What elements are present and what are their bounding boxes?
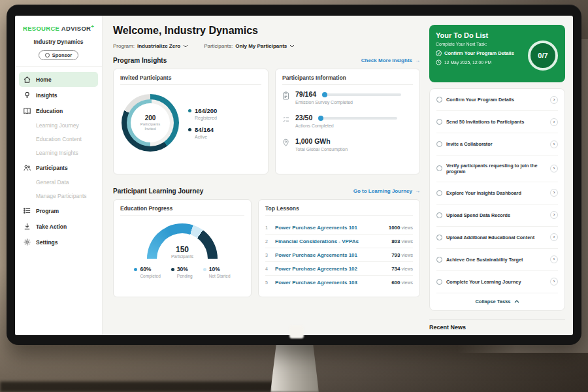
sidebar: RESOURCE ADVISOR+ Industry Dynamics Spon… (15, 16, 103, 335)
lesson-row[interactable]: 5 Power Purchase Agreements 103 600views (265, 276, 413, 289)
go-to-learning-journey-link[interactable]: Go to Learning Journey → (353, 188, 420, 194)
chevron-up-icon (514, 300, 519, 303)
sidebar-item-home[interactable]: Home (19, 72, 98, 87)
sponsor-badge[interactable]: Sponsor (39, 50, 78, 60)
chevron-right-icon[interactable]: › (550, 278, 558, 286)
program-dropdown[interactable]: Program: Industrialize Zero (113, 43, 188, 49)
task-label: Confirm Your Program Details (446, 97, 546, 103)
participants-dropdown-label: Participants: (204, 43, 233, 49)
lesson-rank: 3 (265, 253, 275, 257)
list-icon (23, 206, 31, 215)
task-label: Upload Additional Educational Content (446, 235, 546, 240)
chevron-right-icon[interactable]: › (550, 255, 558, 263)
link-label: Check More Insights (361, 57, 412, 63)
filter-bar: Program: Industrialize Zero Participants… (113, 43, 420, 49)
location-pin-icon (282, 137, 290, 150)
task-row[interactable]: Explore Your Insights Dashboard › (436, 182, 558, 204)
sidebar-item-insights[interactable]: Insights (19, 88, 98, 103)
chevron-down-icon (289, 44, 295, 48)
sidebar-item-program[interactable]: Program (19, 203, 98, 218)
task-checkbox[interactable] (436, 279, 442, 285)
chevron-right-icon[interactable]: › (550, 189, 558, 197)
check-circle-icon: ✓ (436, 50, 442, 56)
sidebar-item-participants[interactable]: Participants (19, 160, 98, 175)
lesson-views: 793views (391, 252, 413, 258)
task-checkbox[interactable] (436, 235, 442, 240)
task-row[interactable]: Upload Additional Educational Content › (436, 227, 558, 249)
progress-bar (321, 117, 397, 120)
lesson-rank: 5 (265, 280, 275, 285)
people-icon (23, 163, 31, 172)
legend-value: 60% (140, 266, 151, 272)
donut-center: 200 Participants Invited (131, 103, 170, 142)
sidebar-item-manage-participants[interactable]: Manage Participants (19, 189, 98, 203)
chevron-right-icon[interactable]: › (550, 118, 558, 126)
progress-bar (325, 93, 401, 96)
lesson-row[interactable]: 4 Power Purchase Agreements 102 734views (265, 262, 413, 276)
program-insights-cards: Invited Participants 200 Participants In… (113, 69, 420, 174)
sidebar-item-learning-journey[interactable]: Learning Journey (19, 119, 98, 132)
lesson-row[interactable]: 1 Power Purchase Agreements 101 1000view… (265, 221, 413, 235)
task-row[interactable]: Send 50 Invitations to Participants › (436, 111, 558, 133)
chevron-right-icon[interactable]: › (550, 140, 558, 148)
lesson-row[interactable]: 2 Financial Considerations - VPPAs 803vi… (265, 235, 413, 248)
lesson-link[interactable]: Power Purchase Agreements 101 (275, 252, 391, 258)
legend-value: 10% (209, 266, 220, 272)
lesson-link[interactable]: Power Purchase Agreements 102 (275, 266, 391, 272)
lesson-link[interactable]: Power Purchase Agreements 103 (275, 280, 391, 286)
card-title: Participants Information (282, 74, 413, 85)
sidebar-item-label: Take Action (36, 223, 67, 230)
task-checkbox[interactable] (436, 257, 442, 263)
desk-edge (0, 382, 281, 392)
chevron-right-icon[interactable]: › (550, 96, 558, 104)
participants-dropdown[interactable]: Participants: Only My Participants (204, 43, 295, 49)
collapse-tasks-button[interactable]: Collapse Tasks (436, 293, 558, 310)
sidebar-item-take-action[interactable]: Take Action (19, 219, 98, 234)
lesson-row[interactable]: 3 Power Purchase Agreements 101 793views (265, 248, 413, 262)
legend-item: 10% Not Started (203, 266, 231, 278)
task-row[interactable]: Verify participants requesting to join t… (436, 155, 558, 182)
task-row[interactable]: Invite a Collaborator › (436, 133, 558, 155)
task-row[interactable]: Confirm Your Program Details › (436, 89, 558, 111)
learning-journey-cards: Education Progress 150 Participants (113, 199, 420, 297)
recent-news-header: Recent News (429, 319, 565, 331)
legend-dot (134, 268, 137, 271)
sidebar-item-learning-insights[interactable]: Learning Insights (19, 146, 98, 159)
check-more-insights-link[interactable]: Check More Insights → (361, 57, 420, 63)
sidebar-item-education[interactable]: Education (19, 103, 98, 118)
sidebar-item-general-data[interactable]: General Data (19, 176, 98, 189)
task-checkbox[interactable] (436, 97, 442, 103)
sidebar-item-label: Participants (36, 165, 68, 171)
task-checkbox[interactable] (436, 141, 442, 147)
lesson-link[interactable]: Financial Considerations - VPPAs (275, 238, 391, 244)
sidebar-item-settings[interactable]: Settings (19, 235, 98, 250)
legend-dot (171, 268, 174, 271)
donut-center-value: 200 (145, 114, 156, 122)
sidebar-item-education-content[interactable]: Education Content (19, 133, 98, 146)
task-checkbox[interactable] (436, 212, 442, 218)
program-dropdown-value: Industrialize Zero (137, 43, 180, 49)
task-checkbox[interactable] (436, 190, 442, 196)
arrow-right-icon: → (415, 188, 420, 194)
legend-label: Registered (195, 116, 217, 120)
info-label: Actions Completed (295, 123, 413, 128)
photo-background: RESOURCE ADVISOR+ Industry Dynamics Spon… (0, 0, 588, 392)
chevron-right-icon[interactable]: › (550, 211, 558, 219)
info-value: 1,000 GWh (295, 137, 331, 145)
dashboard-screen: RESOURCE ADVISOR+ Industry Dynamics Spon… (15, 16, 573, 335)
lesson-link[interactable]: Power Purchase Agreements 101 (275, 225, 389, 231)
task-row[interactable]: Upload Spend Data Records › (436, 204, 558, 227)
task-row[interactable]: Complete Your Learning Journey › (436, 271, 558, 293)
arrow-right-icon: → (415, 57, 420, 63)
task-checkbox[interactable] (436, 165, 442, 171)
task-row[interactable]: Achieve One Sustainability Target › (436, 249, 558, 271)
todo-progress-value: 0/7 (538, 52, 547, 59)
card-title: Invited Participants (120, 74, 261, 85)
legend-label: Not Started (209, 274, 231, 278)
task-checkbox[interactable] (436, 119, 442, 125)
chevron-right-icon[interactable]: › (550, 165, 558, 172)
info-label: Total Global Consumption (295, 147, 413, 152)
todo-due-label: 12 May 2025, 12:00 PM (444, 60, 491, 65)
chevron-right-icon[interactable]: › (550, 233, 558, 241)
gauge-center-label: Participants (147, 254, 218, 259)
